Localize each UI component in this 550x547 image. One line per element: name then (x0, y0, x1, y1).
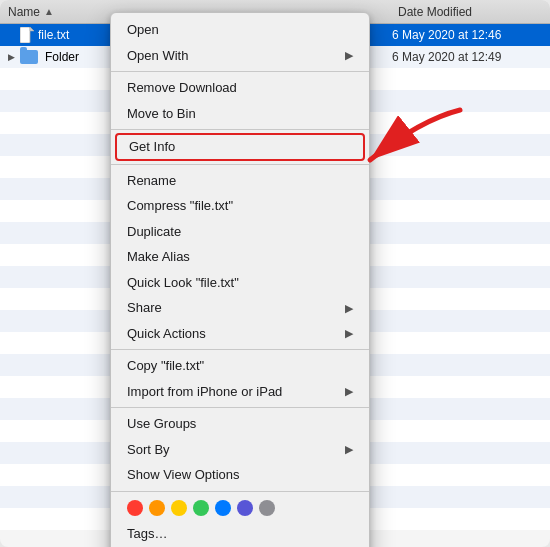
menu-item-duplicate[interactable]: Duplicate (111, 219, 369, 245)
menu-item-quick-actions[interactable]: Quick Actions ▶ (111, 321, 369, 347)
menu-item-get-info[interactable]: Get Info (115, 133, 365, 161)
separator-5 (111, 407, 369, 408)
menu-move-to-bin-label: Move to Bin (127, 104, 196, 124)
menu-item-rename[interactable]: Rename (111, 168, 369, 194)
menu-open-with-label: Open With (127, 46, 188, 66)
tag-orange[interactable] (149, 500, 165, 516)
menu-item-use-groups[interactable]: Use Groups (111, 411, 369, 437)
separator-1 (111, 71, 369, 72)
separator-6 (111, 491, 369, 492)
menu-item-show-view-options[interactable]: Show View Options (111, 462, 369, 488)
folder-disclosure[interactable]: ▶ (6, 52, 16, 62)
menu-compress-label: Compress "file.txt" (127, 196, 233, 216)
file-date-file-txt: 6 May 2020 at 12:46 (384, 28, 544, 42)
separator-4 (111, 349, 369, 350)
menu-get-info-label: Get Info (129, 137, 175, 157)
menu-rename-label: Rename (127, 171, 176, 191)
tag-purple[interactable] (237, 500, 253, 516)
tag-red[interactable] (127, 500, 143, 516)
separator-3 (111, 164, 369, 165)
menu-item-remove-download[interactable]: Remove Download (111, 75, 369, 101)
folder-icon (20, 50, 38, 64)
menu-copy-label: Copy "file.txt" (127, 356, 204, 376)
menu-quick-look-label: Quick Look "file.txt" (127, 273, 239, 293)
menu-tags-label: Tags… (127, 524, 167, 544)
menu-remove-download-label: Remove Download (127, 78, 237, 98)
menu-item-import[interactable]: Import from iPhone or iPad ▶ (111, 379, 369, 405)
submenu-arrow-share: ▶ (345, 300, 353, 317)
menu-make-alias-label: Make Alias (127, 247, 190, 267)
menu-import-label: Import from iPhone or iPad (127, 382, 282, 402)
menu-use-groups-label: Use Groups (127, 414, 196, 434)
menu-item-open-with[interactable]: Open With ▶ (111, 43, 369, 69)
folder-label: Folder (45, 50, 79, 64)
menu-show-view-options-label: Show View Options (127, 465, 240, 485)
menu-duplicate-label: Duplicate (127, 222, 181, 242)
col-name-label: Name (8, 5, 40, 19)
tag-yellow[interactable] (171, 500, 187, 516)
menu-item-open[interactable]: Open (111, 17, 369, 43)
menu-item-sort-by[interactable]: Sort By ▶ (111, 437, 369, 463)
menu-item-tags[interactable]: Tags… (111, 521, 369, 547)
file-doc-icon (20, 27, 34, 43)
menu-item-make-alias[interactable]: Make Alias (111, 244, 369, 270)
submenu-arrow-import: ▶ (345, 383, 353, 400)
menu-item-share[interactable]: Share ▶ (111, 295, 369, 321)
submenu-arrow-sort-by: ▶ (345, 441, 353, 458)
sort-arrow: ▲ (44, 6, 54, 17)
menu-quick-actions-label: Quick Actions (127, 324, 206, 344)
menu-item-compress[interactable]: Compress "file.txt" (111, 193, 369, 219)
menu-item-copy[interactable]: Copy "file.txt" (111, 353, 369, 379)
menu-item-quick-look[interactable]: Quick Look "file.txt" (111, 270, 369, 296)
menu-sort-by-label: Sort By (127, 440, 170, 460)
separator-2 (111, 129, 369, 130)
file-date-folder: 6 May 2020 at 12:49 (384, 50, 544, 64)
tags-colors-row (111, 495, 369, 521)
menu-item-move-to-bin[interactable]: Move to Bin (111, 101, 369, 127)
submenu-arrow-open-with: ▶ (345, 47, 353, 64)
col-date: Date Modified (390, 5, 550, 19)
tag-green[interactable] (193, 500, 209, 516)
menu-open-label: Open (127, 20, 159, 40)
svg-rect-0 (20, 27, 30, 43)
file-txt-label: file.txt (38, 28, 69, 42)
finder-window: Name ▲ Date Modified file.txt (0, 0, 550, 547)
menu-share-label: Share (127, 298, 162, 318)
context-menu: Open Open With ▶ Remove Download Move to… (110, 12, 370, 547)
tag-gray[interactable] (259, 500, 275, 516)
submenu-arrow-quick-actions: ▶ (345, 325, 353, 342)
tag-blue[interactable] (215, 500, 231, 516)
